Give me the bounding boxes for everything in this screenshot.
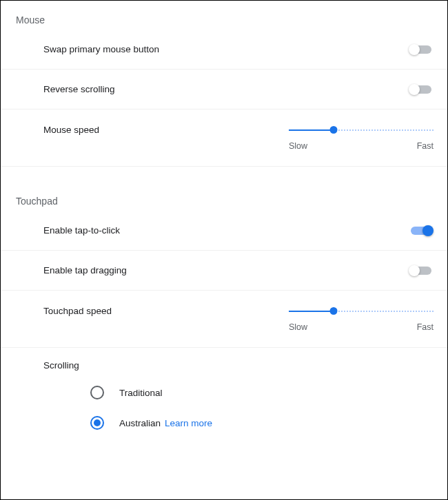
mouse-speed-slider[interactable] (289, 125, 434, 136)
tap-dragging-row: Enable tap dragging (1, 251, 447, 291)
touchpad-speed-slider[interactable] (289, 306, 434, 317)
touchpad-speed-slow: Slow (289, 322, 307, 332)
tap-to-click-row: Enable tap-to-click (1, 211, 447, 251)
mouse-speed-row: Mouse speed Slow Fast (1, 110, 447, 167)
reverse-scrolling-label: Reverse scrolling (43, 84, 409, 94)
tap-to-click-label: Enable tap-to-click (43, 225, 409, 236)
scrolling-traditional-row: Traditional (1, 377, 447, 408)
mouse-speed-fast: Fast (417, 141, 434, 151)
mouse-speed-slow: Slow (289, 141, 307, 151)
swap-primary-toggle[interactable] (409, 45, 434, 54)
tap-dragging-toggle[interactable] (409, 266, 434, 275)
touchpad-speed-label: Touchpad speed (43, 306, 289, 316)
scrolling-subheading: Scrolling (1, 348, 447, 377)
tap-dragging-label: Enable tap dragging (43, 265, 409, 275)
touchpad-speed-row: Touchpad speed Slow Fast (1, 291, 447, 348)
scrolling-traditional-radio[interactable] (90, 386, 104, 399)
learn-more-link[interactable]: Learn more (165, 418, 212, 428)
swap-primary-label: Swap primary mouse button (43, 44, 409, 54)
touchpad-speed-fast: Fast (417, 322, 434, 332)
touchpad-heading: Touchpad (1, 167, 447, 211)
scrolling-traditional-label: Traditional (119, 388, 163, 398)
reverse-scrolling-toggle[interactable] (409, 85, 434, 94)
mouse-speed-label: Mouse speed (43, 125, 289, 135)
scrolling-australian-label: Australian (119, 418, 161, 428)
tap-to-click-toggle[interactable] (409, 226, 434, 236)
scrolling-australian-radio[interactable] (90, 416, 104, 430)
swap-primary-row: Swap primary mouse button (1, 30, 447, 70)
reverse-scrolling-row: Reverse scrolling (1, 70, 447, 110)
scrolling-australian-row: Australian Learn more (1, 408, 447, 438)
mouse-heading: Mouse (1, 1, 447, 30)
